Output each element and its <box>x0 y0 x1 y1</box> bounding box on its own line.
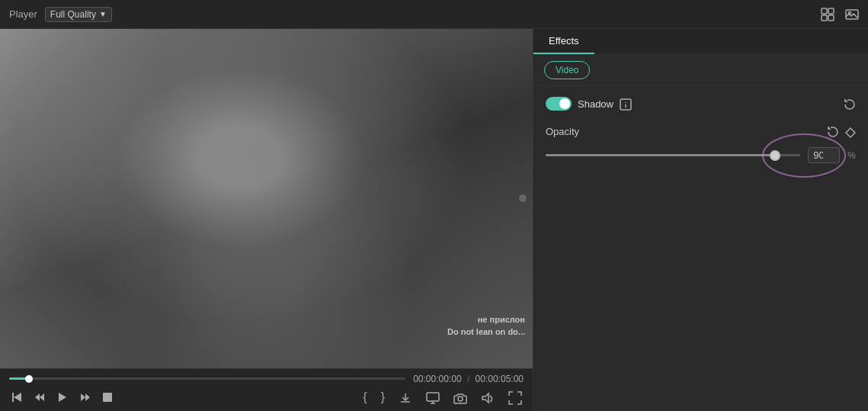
reset-opacity-button[interactable] <box>827 124 839 138</box>
shadow-info-icon[interactable] <box>620 97 632 110</box>
slider-container[interactable] <box>546 148 800 163</box>
reset-shadow-button[interactable] <box>844 97 856 111</box>
slider-track <box>546 154 800 156</box>
svg-rect-1 <box>828 8 834 14</box>
video-panel: не прислон Do not lean on do... 00:00:00… <box>0 29 533 411</box>
opacity-value-input[interactable] <box>808 147 840 163</box>
time-separator: / <box>467 374 469 384</box>
opacity-label: Opacity <box>546 126 579 137</box>
grid-icon[interactable] <box>821 7 834 21</box>
time-display: 00:00:00:00 / 00:00:05:00 <box>413 374 524 384</box>
step-back-button[interactable] <box>32 390 47 405</box>
shadow-toggle[interactable] <box>546 97 572 111</box>
shadow-label-row: Shadow <box>546 97 632 111</box>
fullscreen-button[interactable] <box>507 389 524 406</box>
svg-rect-2 <box>822 15 827 21</box>
transport-controls <box>9 390 114 405</box>
sub-tab-video[interactable]: Video <box>544 61 590 79</box>
svg-rect-14 <box>427 393 439 401</box>
total-time: 00:00:05:00 <box>476 374 524 384</box>
svg-rect-0 <box>822 8 827 14</box>
current-time: 00:00:00:00 <box>413 374 461 384</box>
effects-content: Shadow <box>533 86 868 411</box>
play-button[interactable] <box>55 390 70 405</box>
image-icon[interactable] <box>845 7 859 21</box>
video-container: не прислон Do not lean on do... <box>0 29 533 368</box>
tab-effects[interactable]: Effects <box>533 29 594 54</box>
slider-fill <box>546 154 775 156</box>
video-text-overlay: не прислон Do not lean on do... <box>447 314 525 338</box>
overlay-text-line2: Do not lean on do... <box>447 326 525 338</box>
svg-marker-8 <box>40 393 44 401</box>
svg-rect-3 <box>828 15 834 21</box>
svg-marker-6 <box>12 393 14 402</box>
shadow-label: Shadow <box>578 98 613 110</box>
svg-marker-10 <box>59 393 66 402</box>
slider-thumb[interactable] <box>770 150 780 161</box>
top-bar-left: Player Full Quality ▼ <box>9 7 821 22</box>
chevron-down-icon: ▼ <box>99 10 107 18</box>
opacity-header: Opacity <box>546 124 856 138</box>
step-forward-button[interactable] <box>78 390 93 405</box>
sub-tabs: Video <box>533 55 868 86</box>
controls-bar: 00:00:00:00 / 00:00:05:00 <box>0 368 533 411</box>
mark-in-button[interactable]: { <box>361 389 368 406</box>
monitor-button[interactable] <box>424 389 441 406</box>
top-bar: Player Full Quality ▼ <box>0 0 868 29</box>
stop-button[interactable] <box>101 390 114 404</box>
snapshot-button[interactable] <box>452 389 469 406</box>
svg-marker-9 <box>35 393 40 401</box>
quality-dropdown[interactable]: Full Quality ▼ <box>45 7 112 22</box>
svg-marker-7 <box>14 393 21 402</box>
svg-rect-13 <box>103 393 112 402</box>
main-content: не прислон Do not lean on do... 00:00:00… <box>0 29 868 411</box>
opacity-controls-right <box>827 124 856 138</box>
right-panel: Effects Video Shadow <box>533 29 868 411</box>
progress-track[interactable] <box>9 377 405 380</box>
opacity-unit: % <box>847 150 856 161</box>
svg-marker-12 <box>85 393 90 401</box>
svg-marker-16 <box>482 393 488 403</box>
player-label: Player <box>9 8 37 20</box>
slider-row: % <box>546 147 856 163</box>
insert-button[interactable] <box>397 389 414 406</box>
main-tabs: Effects <box>533 29 868 55</box>
shadow-row: Shadow <box>546 97 856 111</box>
progress-thumb <box>25 375 33 383</box>
audio-button[interactable] <box>479 389 496 406</box>
top-bar-icons <box>821 7 859 21</box>
extra-controls: { } <box>361 389 524 406</box>
progress-row: 00:00:00:00 / 00:00:05:00 <box>9 374 524 384</box>
quality-value: Full Quality <box>50 9 96 20</box>
diamond-keyframe-button[interactable] <box>845 125 856 138</box>
svg-marker-11 <box>81 393 85 401</box>
video-frame: не прислон Do not lean on do... <box>0 29 533 368</box>
skip-back-button[interactable] <box>9 390 24 405</box>
toggle-thumb <box>559 98 570 109</box>
overlay-text-line1: не прислон <box>447 314 525 326</box>
corner-indicator <box>519 194 527 202</box>
buttons-row: { } <box>9 389 524 406</box>
svg-point-15 <box>458 397 463 401</box>
opacity-section: Opacity <box>546 124 856 163</box>
mark-out-button[interactable]: } <box>380 389 386 406</box>
